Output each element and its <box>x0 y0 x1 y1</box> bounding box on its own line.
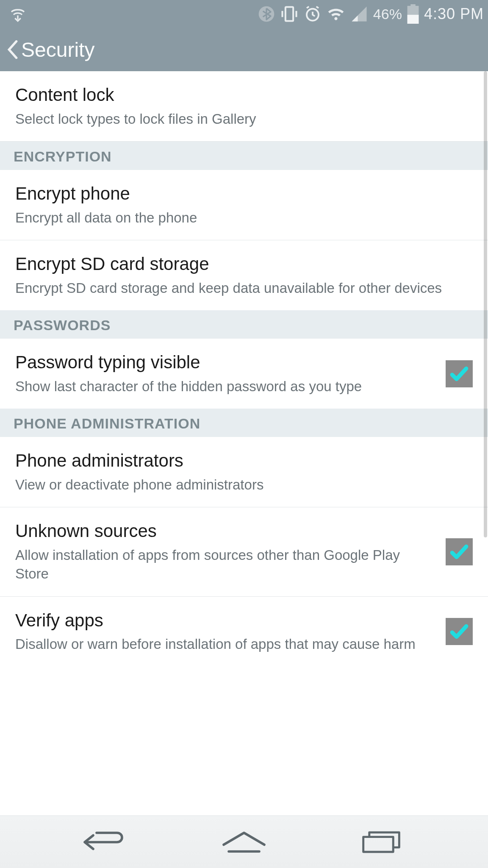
item-title: Password typing visible <box>15 351 433 374</box>
section-header-encryption: ENCRYPTION <box>0 142 488 170</box>
battery-percent: 46% <box>373 6 402 22</box>
battery-icon <box>407 4 419 24</box>
item-desc: Encrypt SD card storage and keep data un… <box>15 279 473 298</box>
page-title: Security <box>21 38 94 61</box>
checkbox-unknown-sources[interactable] <box>446 538 473 565</box>
checkbox-password-visible[interactable] <box>446 360 473 387</box>
item-title: Phone administrators <box>15 450 473 472</box>
checkbox-verify-apps[interactable] <box>446 618 473 645</box>
nav-home-button[interactable] <box>214 827 274 857</box>
section-header-phone-admin: PHONE ADMINISTRATION <box>0 409 488 437</box>
item-desc: Allow installation of apps from sources … <box>15 546 433 584</box>
bluetooth-icon <box>258 6 275 22</box>
item-desc: Select lock types to lock files in Galle… <box>15 110 473 129</box>
svg-rect-6 <box>363 837 394 851</box>
wifi-calling-icon <box>9 6 26 22</box>
item-desc: View or deactivate phone administrators <box>15 476 473 495</box>
svg-rect-4 <box>410 4 416 7</box>
nav-back-button[interactable] <box>77 827 136 857</box>
item-desc: Disallow or warn before installation of … <box>15 635 433 654</box>
item-desc: Encrypt all data on the phone <box>15 209 473 228</box>
item-title: Encrypt phone <box>15 183 473 205</box>
status-bar: 46% 4:30 PM <box>0 0 488 28</box>
back-button[interactable] <box>4 40 21 59</box>
item-encrypt-sd[interactable]: Encrypt SD card storage Encrypt SD card … <box>0 240 488 310</box>
item-verify-apps[interactable]: Verify apps Disallow or warn before inst… <box>0 597 488 667</box>
item-title: Content lock <box>15 84 473 106</box>
item-content-lock[interactable]: Content lock Select lock types to lock f… <box>0 71 488 142</box>
section-header-passwords: PASSWORDS <box>0 310 488 339</box>
vibrate-icon <box>280 5 299 23</box>
item-title: Verify apps <box>15 609 433 632</box>
item-encrypt-phone[interactable]: Encrypt phone Encrypt all data on the ph… <box>0 170 488 240</box>
item-phone-admins[interactable]: Phone administrators View or deactivate … <box>0 437 488 507</box>
item-title: Unknown sources <box>15 520 433 542</box>
item-desc: Show last character of the hidden passwo… <box>15 377 433 396</box>
item-title: Encrypt SD card storage <box>15 253 473 275</box>
alarm-icon <box>304 5 322 23</box>
clock-time: 4:30 PM <box>424 5 484 23</box>
nav-recent-button[interactable] <box>352 827 411 857</box>
signal-icon <box>350 5 368 23</box>
nav-bar <box>0 815 488 868</box>
settings-list: Content lock Select lock types to lock f… <box>0 71 488 815</box>
scrollbar-thumb[interactable] <box>484 71 487 537</box>
header-bar: Security <box>0 28 488 71</box>
svg-rect-5 <box>408 15 419 24</box>
item-unknown-sources[interactable]: Unknown sources Allow installation of ap… <box>0 507 488 597</box>
item-password-visible[interactable]: Password typing visible Show last charac… <box>0 339 488 409</box>
wifi-icon <box>327 5 345 23</box>
svg-rect-1 <box>286 7 293 21</box>
